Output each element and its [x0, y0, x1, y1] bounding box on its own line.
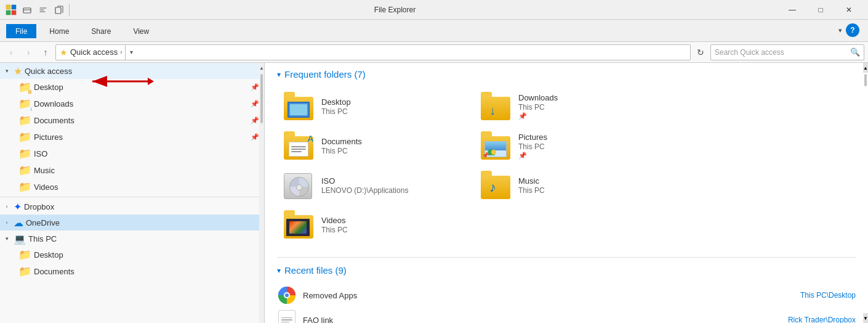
music-folder-icon: 📁 [18, 164, 31, 177]
sidebar-thispc-label: This PC [28, 234, 259, 243]
quick-access-star-sidebar-icon: ★ [14, 65, 22, 77]
downloads-pin-icon: 📌 [251, 100, 259, 108]
videos-folder-icon: 📁 [18, 181, 31, 194]
sidebar-item-videos[interactable]: 📁 Videos [0, 179, 264, 195]
faq-link-name: FAQ link [303, 316, 603, 324]
faq-link-icon [277, 310, 297, 323]
documents-pin-icon: 📌 [251, 117, 259, 125]
downloads-folder-info: Downloads This PC 📌 [518, 93, 558, 120]
pictures-pin-icon: 📌 [251, 133, 259, 141]
frequent-folders-header[interactable]: ▾ Frequent folders (7) [277, 69, 856, 80]
downloads-folder-thumb: ↓ [480, 92, 512, 121]
address-path[interactable]: ★ Quick access › ▾ [55, 44, 691, 60]
music-folder-info: Music This PC [518, 176, 545, 195]
tab-share[interactable]: Share [82, 24, 120, 38]
desktop-pin-icon: 📌 [251, 83, 259, 91]
section-divider [277, 257, 856, 258]
sidebar-item-quick-access[interactable]: ▾ ★ Quick access [0, 63, 264, 79]
recent-files-chevron-icon: ▾ [277, 266, 281, 275]
folder-item-music[interactable]: ♪ Music This PC [474, 166, 671, 205]
recent-file-faq-link[interactable]: FAQ link Rick Trader\Dropbox [277, 308, 856, 323]
videos-folder-path: This PC [321, 226, 348, 234]
folder-item-iso[interactable]: ISO LENOVO (D:)\Applications [277, 166, 474, 205]
ribbon-collapse-button[interactable]: ▾ [838, 27, 842, 35]
sidebar-item-pictures[interactable]: 📁 Pictures 📌 [0, 129, 264, 145]
content-scroll-down-button[interactable]: ▼ [863, 313, 868, 323]
sidebar-thispc-documents-label: Documents [34, 267, 259, 276]
thispc-toggle-icon: ▾ [2, 235, 11, 242]
tab-home[interactable]: Home [40, 24, 78, 38]
content-inner: ▾ Frequent folders (7) [265, 63, 868, 323]
removed-apps-icon [277, 285, 297, 305]
sidebar-item-thispc-documents[interactable]: 📁 Documents [0, 263, 264, 280]
sidebar: ▲ ▾ ★ Quick access 📁 [0, 63, 265, 323]
up-button[interactable]: ↑ [38, 45, 53, 60]
maximize-button[interactable]: □ [806, 0, 835, 20]
sidebar-item-onedrive[interactable]: › ☁ OneDrive [0, 215, 264, 231]
help-button[interactable]: ? [846, 23, 859, 37]
quick-access-toggle-icon: ▾ [2, 68, 11, 74]
path-text: Quick access [70, 47, 118, 57]
pictures-pin-icon: 📌 [518, 152, 547, 160]
pictures-pin-badge: 📌 [482, 152, 489, 158]
iso-folder-icon: 📁 [18, 147, 31, 160]
sidebar-item-thispc-desktop[interactable]: 📁 Desktop [0, 247, 264, 263]
downloads-pin-icon: 📌 [518, 112, 558, 120]
documents-folder-path: This PC [321, 147, 362, 155]
sidebar-item-thispc[interactable]: ▾ 💻 This PC [0, 231, 264, 247]
documents-folder-thumb: A [283, 131, 315, 161]
refresh-button[interactable]: ↻ [693, 45, 708, 60]
sidebar-item-dropbox[interactable]: › ✦ Dropbox [0, 198, 264, 215]
folder-item-desktop[interactable]: Desktop This PC [277, 87, 474, 126]
forward-button[interactable]: › [21, 45, 36, 60]
main-layout: ▲ ▾ ★ Quick access 📁 [0, 63, 868, 323]
content-scroll-up-button[interactable]: ▲ [863, 63, 868, 73]
sidebar-desktop-label: Desktop [34, 83, 248, 92]
dropbox-icon: ✦ [14, 201, 22, 213]
pictures-folder-thumb: 📌 [480, 131, 512, 161]
folder-item-documents[interactable]: A Documents This PC [277, 126, 474, 166]
sidebar-thispc-desktop-label: Desktop [34, 250, 259, 260]
dropbox-toggle-icon: › [2, 203, 11, 210]
pictures-folder-name: Pictures [518, 133, 547, 142]
close-button[interactable]: ✕ [835, 0, 863, 20]
recent-file-removed-apps[interactable]: Removed Apps This PC\Desktop [277, 283, 856, 308]
folder-item-videos[interactable]: Videos This PC [277, 205, 474, 245]
sidebar-pictures-label: Pictures [34, 133, 248, 142]
thispc-documents-folder-icon: 📁 [18, 265, 31, 278]
sidebar-scroll-up[interactable]: ▲ [259, 63, 264, 73]
sidebar-item-documents[interactable]: 📁 Documents 📌 [0, 112, 264, 129]
recent-files-title: Recent files (9) [284, 265, 347, 276]
music-folder-path: This PC [518, 186, 545, 195]
sidebar-item-iso[interactable]: 📁 ISO [0, 145, 264, 162]
back-button[interactable]: ‹ [4, 45, 18, 60]
tab-file[interactable]: File [6, 24, 36, 38]
videos-folder-name: Videos [321, 216, 348, 225]
window-title: File Explorer [12, 6, 778, 14]
minimize-button[interactable]: — [778, 0, 806, 20]
documents-folder-name: Documents [321, 137, 362, 146]
folder-item-downloads[interactable]: ↓ Downloads This PC 📌 [474, 87, 671, 126]
sidebar-downloads-label: Downloads [34, 99, 248, 108]
iso-folder-info: ISO LENOVO (D:)\Applications [321, 176, 408, 195]
sidebar-item-music[interactable]: 📁 Music [0, 162, 264, 179]
sidebar-onedrive-label: OneDrive [26, 218, 259, 227]
recent-files-header[interactable]: ▾ Recent files (9) [277, 265, 856, 276]
window-controls: — □ ✕ [778, 0, 863, 20]
tab-view[interactable]: View [124, 24, 158, 38]
search-box[interactable]: Search Quick access 🔍 [710, 44, 864, 60]
folder-item-pictures[interactable]: 📌 Pictures This PC 📌 [474, 126, 671, 166]
onedrive-toggle-icon: › [2, 219, 11, 226]
sidebar-quick-access-label: Quick access [25, 67, 259, 76]
sidebar-item-desktop[interactable]: 📁 🖥 Desktop 📌 [0, 79, 264, 96]
ribbon: File Home Share View ▾ ? [0, 20, 868, 42]
title-bar: File Explorer — □ ✕ [0, 0, 868, 20]
desktop-folder-path: This PC [321, 107, 351, 116]
removed-apps-path: This PC\Desktop [609, 291, 856, 300]
pictures-folder-path: This PC [518, 142, 547, 151]
sidebar-iso-label: ISO [34, 149, 259, 158]
downloads-folder-icon: 📁 ↓ [18, 97, 31, 110]
sidebar-item-downloads[interactable]: 📁 ↓ Downloads 📌 [0, 96, 264, 112]
address-dropdown-button[interactable]: ▾ [125, 44, 137, 60]
thispc-icon: 💻 [14, 233, 26, 245]
